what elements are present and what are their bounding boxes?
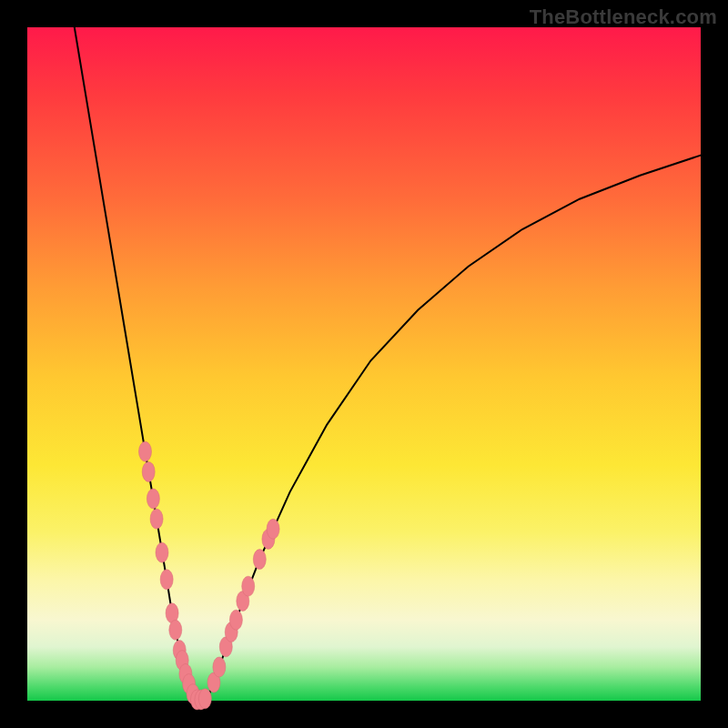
curve-group (75, 27, 701, 700)
bead (169, 620, 182, 640)
beads-right-group (207, 519, 279, 693)
right-arm-path (207, 156, 701, 698)
bead (147, 489, 159, 509)
bead (139, 441, 152, 461)
bead (229, 610, 242, 630)
curve-svg (27, 27, 701, 701)
plot-frame (27, 27, 701, 701)
bead (142, 461, 155, 481)
bead (160, 570, 173, 590)
bead (213, 657, 226, 677)
bead (267, 519, 279, 539)
watermark-text: TheBottleneck.com (530, 5, 717, 29)
bead (253, 550, 266, 570)
bead (242, 576, 255, 596)
left-arm-path (75, 27, 195, 698)
bead (198, 689, 211, 709)
beads-left-group (139, 441, 212, 710)
bead (150, 509, 163, 529)
bead (156, 542, 168, 562)
